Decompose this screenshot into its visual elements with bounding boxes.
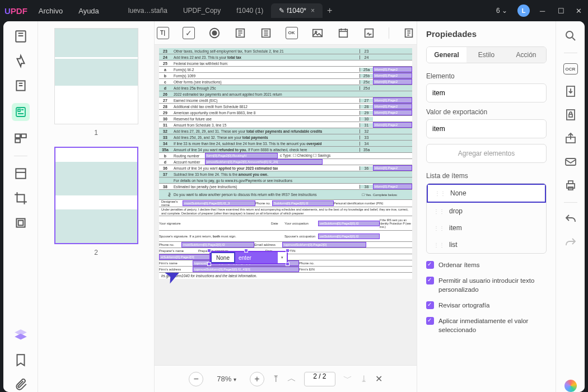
form-field[interactable]: bform[0].Page2	[373, 184, 412, 189]
radio-icon[interactable]	[208, 27, 221, 39]
redo-icon[interactable]	[564, 236, 577, 250]
next-page-icon[interactable]: ﹀	[343, 373, 352, 385]
close-window-icon[interactable]: ✕	[576, 7, 584, 15]
form-icon[interactable]	[12, 103, 30, 121]
drag-icon[interactable]: ⋮⋮	[433, 208, 445, 214]
chevron-down-icon[interactable]: ▾	[278, 255, 287, 260]
edit-icon[interactable]	[13, 78, 28, 93]
list-item[interactable]: ⋮⋮list	[427, 236, 546, 253]
checkbox-icon[interactable]	[426, 261, 434, 269]
form-field[interactable]: bform[0].Page2	[373, 122, 412, 128]
undo-icon[interactable]	[564, 213, 577, 226]
form-field[interactable]: bform[0].Page2	[373, 104, 412, 109]
tab-2[interactable]: f1040 (1)	[228, 3, 271, 18]
share-icon[interactable]	[564, 132, 577, 145]
svg-rect-6	[15, 139, 20, 143]
checkbox-icon[interactable]: ✓	[183, 27, 195, 39]
organize-icon[interactable]	[13, 131, 28, 146]
date-field-icon[interactable]	[337, 27, 349, 39]
window-count[interactable]: 6 ⌄	[496, 7, 507, 15]
menu-help[interactable]: Ayuda	[78, 7, 99, 15]
signature-icon[interactable]	[363, 27, 375, 39]
new-tab-button[interactable]: +	[327, 6, 332, 16]
document-viewport[interactable]: 23Other taxes, including self-employment…	[155, 45, 417, 365]
checkbox-row[interactable]: Permitir al usuario introducir texto per…	[426, 276, 547, 294]
protect-icon[interactable]	[564, 108, 577, 122]
avatar[interactable]: L	[517, 4, 530, 17]
checkbox-row[interactable]: Ordenar ítems	[426, 260, 547, 269]
comment-icon[interactable]	[13, 54, 28, 68]
form-field[interactable]: mostSubform[0].Page2[0].f2_3	[183, 200, 255, 206]
checkbox-row[interactable]: Revisar ortografía	[426, 301, 547, 310]
print-icon[interactable]	[564, 179, 577, 192]
form-field[interactable]: bform[0].Page2	[373, 67, 412, 72]
export-value-input[interactable]	[426, 119, 547, 138]
list-item[interactable]: ⋮⋮None	[427, 184, 546, 203]
layers-icon[interactable]	[13, 328, 28, 343]
zoom-in-button[interactable]: +	[250, 372, 264, 386]
drag-icon[interactable]: ⋮⋮	[433, 225, 445, 231]
drag-icon[interactable]: ⋮⋮	[433, 242, 445, 248]
image-field-icon[interactable]	[311, 27, 324, 39]
dropdown-icon[interactable]	[234, 27, 246, 39]
tab-style[interactable]: Estilo	[466, 47, 506, 63]
form-field[interactable]: bform[0].Page2	[373, 79, 412, 85]
element-input[interactable]	[426, 83, 547, 102]
list-item[interactable]: ⋮⋮item	[427, 220, 546, 236]
form-field[interactable]: ostSubform[0].Page2[0].f2	[318, 221, 380, 226]
form-settings-icon[interactable]	[403, 27, 415, 39]
tab-general[interactable]: General	[427, 47, 466, 63]
tab-3[interactable]: ✎f1040*×	[271, 3, 323, 18]
redact-icon[interactable]	[13, 166, 28, 181]
form-field[interactable]: bform[0].Page2	[373, 97, 412, 103]
listbox-icon[interactable]	[260, 27, 272, 39]
bookmark-icon[interactable]	[13, 353, 28, 367]
close-icon[interactable]: ×	[311, 7, 315, 15]
checkbox-icon[interactable]	[426, 301, 434, 309]
button-icon[interactable]: OK	[286, 27, 298, 39]
close-toolbar-icon[interactable]: ✕	[375, 374, 382, 384]
tab-0[interactable]: lueva…staña	[120, 3, 175, 18]
reader-icon[interactable]	[13, 29, 28, 44]
convert-icon[interactable]	[564, 85, 577, 98]
form-field[interactable]: topmostSubform[0].Page2[0]	[282, 242, 366, 248]
form-field[interactable]: form[0].Page2[0].RoutingN	[205, 153, 278, 158]
prev-page-icon[interactable]: ︿	[287, 373, 296, 385]
form-field[interactable]: pmostSubform[0].Page2[0].AccountNo[0].f2…	[205, 159, 323, 165]
form-field[interactable]: Subform[0].Page2[0].f2	[272, 200, 334, 206]
add-elements-button[interactable]: Agregar elementos	[426, 144, 547, 163]
pdf-page: 23Other taxes, including self-employment…	[159, 48, 412, 279]
checkbox-row[interactable]: Aplicar inmediatamente el valor seleccio…	[426, 316, 547, 334]
form-field[interactable]: bform[0].Page2	[373, 73, 412, 78]
first-page-icon[interactable]: ⤒	[272, 374, 279, 384]
tab-1[interactable]: UPDF_Copy	[175, 3, 228, 18]
zoom-out-button[interactable]: −	[189, 372, 203, 386]
form-field[interactable]: mostSubform[0].Page2[0].f2	[181, 242, 254, 248]
form-field[interactable]: topmostSubform[0].Page2[0].f2_43[0]	[193, 267, 299, 272]
search-icon[interactable]	[564, 29, 577, 43]
minimize-icon[interactable]: ─	[540, 7, 548, 15]
compress-icon[interactable]	[13, 216, 28, 230]
form-field[interactable]: bform[0].Page2	[373, 165, 412, 171]
maximize-icon[interactable]: ☐	[558, 7, 566, 15]
checkbox-icon[interactable]	[426, 277, 434, 284]
attachment-icon[interactable]	[13, 377, 28, 392]
form-field[interactable]: bform[0].Page2	[373, 110, 412, 115]
page-input[interactable]: 2 / 2	[304, 372, 335, 386]
drag-icon[interactable]: ⋮⋮	[435, 190, 446, 197]
tab-action[interactable]: Acción	[506, 47, 546, 63]
email-icon[interactable]	[564, 155, 577, 169]
last-page-icon[interactable]: ⤓	[360, 374, 367, 384]
zoom-value[interactable]: 78% ▾	[211, 375, 242, 383]
page-thumb-2[interactable]	[54, 147, 138, 244]
checkbox-icon[interactable]	[426, 317, 434, 325]
crop-icon[interactable]	[13, 191, 28, 206]
form-field[interactable]: ostSubform[0].Page2[0].f2	[318, 234, 380, 239]
list-item[interactable]: ⋮⋮drop	[427, 203, 546, 220]
ocr-icon[interactable]: OCR	[563, 63, 578, 74]
dropdown-form-field[interactable]: None enter ▾	[209, 251, 288, 264]
menu-file[interactable]: Archivo	[39, 7, 63, 15]
ai-assistant-icon[interactable]	[564, 380, 577, 392]
page-thumb-1[interactable]	[54, 28, 138, 124]
text-field-icon[interactable]: T|	[157, 27, 169, 39]
